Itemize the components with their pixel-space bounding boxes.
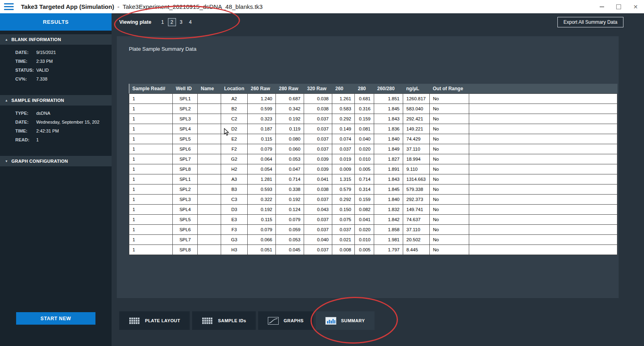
cell: 0.066 bbox=[248, 234, 276, 244]
cell: 0.038 bbox=[304, 104, 332, 114]
cell: 1 bbox=[129, 124, 173, 134]
cell: 0.037 bbox=[304, 224, 332, 234]
cell: 0.714 bbox=[355, 174, 374, 184]
cell: SPL4 bbox=[173, 204, 198, 214]
cell: SPL8 bbox=[173, 244, 198, 255]
cell bbox=[198, 244, 221, 255]
cell: A2 bbox=[221, 93, 248, 104]
cell: 0.119 bbox=[276, 124, 304, 134]
results-header: RESULTS bbox=[0, 13, 112, 31]
cell-filler bbox=[469, 204, 617, 214]
cell: 0.292 bbox=[332, 114, 355, 124]
table-row: 1SPL4D20.1870.1190.0370.1490.0811.836149… bbox=[129, 124, 617, 134]
cell: F3 bbox=[221, 224, 248, 234]
table-row: 1SPL5E30.1150.0790.0370.0750.0411.84274.… bbox=[129, 214, 617, 224]
field-value: dsDNA bbox=[36, 111, 50, 116]
cell-filler bbox=[469, 164, 617, 174]
info-field: STATUS:VALID bbox=[0, 68, 112, 77]
cell: No bbox=[430, 204, 469, 214]
cell: 8.445 bbox=[403, 244, 430, 255]
cell bbox=[198, 144, 221, 154]
cell: 1.851 bbox=[374, 93, 403, 104]
title-separator: - bbox=[117, 3, 119, 10]
cell: 37.110 bbox=[403, 224, 430, 234]
cell: C2 bbox=[221, 114, 248, 124]
cell: No bbox=[430, 214, 469, 224]
tab-summary[interactable]: SUMMARY bbox=[316, 311, 375, 330]
cell: 0.714 bbox=[276, 174, 304, 184]
cell: SPL2 bbox=[173, 104, 198, 114]
section-title: SAMPLE INFORMATION bbox=[11, 98, 64, 103]
cell: D2 bbox=[221, 124, 248, 134]
close-button[interactable]: ✕ bbox=[627, 0, 644, 13]
plate-button-4[interactable]: 4 bbox=[186, 18, 195, 26]
section-header-sample-information[interactable]: ▲SAMPLE INFORMATION bbox=[0, 95, 112, 106]
cell: 1.240 bbox=[248, 93, 276, 104]
column-header-260-280: 260/280 bbox=[374, 84, 403, 93]
tab-sample-ids[interactable]: SAMPLE IDs bbox=[192, 311, 256, 330]
table-row: 1SPL5E20.1150.0800.0370.0740.0401.84074.… bbox=[129, 134, 617, 144]
info-field: TIME:2:33 PM bbox=[0, 59, 112, 68]
section-fields: DATE:9/15/2021TIME:2:33 PMSTATUS:VALIDCV… bbox=[0, 45, 112, 95]
cell: D3 bbox=[221, 204, 248, 214]
plate-button-3[interactable]: 3 bbox=[177, 18, 185, 26]
cell: 0.037 bbox=[304, 134, 332, 144]
plate-button-1[interactable]: 1 bbox=[159, 18, 167, 26]
cell: 1 bbox=[129, 224, 173, 234]
window-controls: ✕ bbox=[593, 0, 644, 13]
table-row: 1SPL1A31.2810.7140.0411.3150.7141.843131… bbox=[129, 174, 617, 184]
minimize-button[interactable] bbox=[593, 0, 610, 13]
cell: No bbox=[430, 104, 469, 114]
cell: 0.150 bbox=[332, 204, 355, 214]
table-row: 1SPL3C20.3230.1920.0370.2920.1591.843292… bbox=[129, 114, 617, 124]
cell: 1.797 bbox=[374, 244, 403, 255]
viewing-plate-label: Viewing plate bbox=[119, 19, 151, 25]
cell: 1 bbox=[129, 214, 173, 224]
cell: 0.159 bbox=[355, 114, 374, 124]
file-title: Take3Experiment_20210915_dsDNA_48_blanks… bbox=[122, 3, 263, 10]
cell: 0.041 bbox=[304, 174, 332, 184]
maximize-button[interactable] bbox=[610, 0, 627, 13]
cell: 0.338 bbox=[276, 184, 304, 194]
section-header-blank-information[interactable]: ▲BLANK INFORMATION bbox=[0, 34, 112, 45]
section-title: GRAPH CONFIGURATION bbox=[11, 159, 68, 164]
field-value: 1 bbox=[36, 137, 39, 142]
cell: 0.192 bbox=[276, 114, 304, 124]
cell: 0.053 bbox=[276, 154, 304, 164]
cell: 0.009 bbox=[332, 164, 355, 174]
cell bbox=[198, 164, 221, 174]
cell bbox=[198, 174, 221, 184]
cell: 0.005 bbox=[355, 244, 374, 255]
cell: No bbox=[430, 234, 469, 244]
cell: 579.338 bbox=[403, 184, 430, 194]
start-new-button[interactable]: START NEW bbox=[16, 312, 95, 325]
cell: 0.037 bbox=[304, 194, 332, 204]
info-field: CV%:7.338 bbox=[0, 77, 112, 85]
menu-icon[interactable] bbox=[4, 3, 14, 10]
plate-topbar: Viewing plate 1234 Export All Summary Da… bbox=[112, 13, 644, 31]
column-header-location: Location bbox=[221, 84, 248, 93]
cell: No bbox=[430, 124, 469, 134]
cell bbox=[198, 194, 221, 204]
plate-button-2[interactable]: 2 bbox=[168, 18, 176, 26]
column-header-filler bbox=[469, 84, 617, 93]
cell: 1 bbox=[129, 93, 173, 104]
column-header-280: 280 bbox=[355, 84, 374, 93]
tab-graphs[interactable]: GRAPHS bbox=[258, 311, 313, 330]
cell: 0.079 bbox=[276, 214, 304, 224]
cell: F2 bbox=[221, 144, 248, 154]
cell: 0.039 bbox=[304, 164, 332, 174]
cell-filler bbox=[469, 174, 617, 184]
section-header-graph-configuration[interactable]: ▼GRAPH CONFIGURATION bbox=[0, 156, 112, 166]
cell: 18.994 bbox=[403, 154, 430, 164]
field-label: TIME: bbox=[15, 59, 36, 64]
cell: 0.322 bbox=[248, 194, 276, 204]
cell: 0.681 bbox=[355, 93, 374, 104]
cell: 0.037 bbox=[332, 144, 355, 154]
tab-plate-layout[interactable]: PLATE LAYOUT bbox=[119, 311, 190, 330]
cell: 0.079 bbox=[248, 144, 276, 154]
export-all-summary-button[interactable]: Export All Summary Data bbox=[557, 17, 623, 27]
cell: SPL1 bbox=[173, 174, 198, 184]
cell: SPL5 bbox=[173, 134, 198, 144]
cell-filler bbox=[469, 134, 617, 144]
